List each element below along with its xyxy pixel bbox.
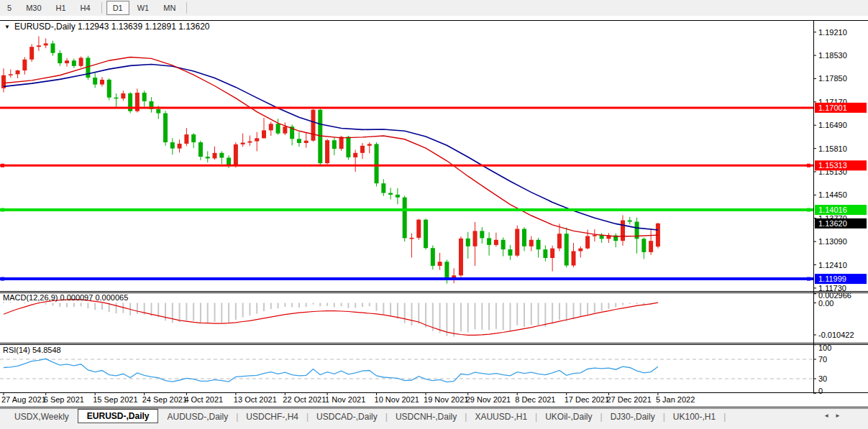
tab-scroll-right-icon[interactable]: ► (835, 412, 846, 419)
svg-text:6 Sep 2021: 6 Sep 2021 (44, 395, 84, 404)
svg-text:8 Dec 2021: 8 Dec 2021 (515, 395, 555, 404)
toolbar-separator (186, 2, 187, 14)
svg-text:24 Sep 2021: 24 Sep 2021 (142, 395, 187, 404)
svg-text:1.17850: 1.17850 (818, 74, 847, 83)
tab-scroll-arrows: ◄► (823, 412, 846, 419)
svg-text:1.15810: 1.15810 (818, 144, 847, 153)
rsi-label: RSI(14) 54.8548 (3, 346, 61, 354)
svg-text:27 Dec 2021: 27 Dec 2021 (606, 395, 651, 404)
timeframe-toolbar: 5M30H1H4D1W1MN (0, 0, 868, 17)
tab-dj30-daily[interactable]: DJ30-,Daily (603, 410, 662, 424)
svg-text:EURUSD-,Daily 1.12943 1.13639: EURUSD-,Daily 1.12943 1.13639 1.12891 1.… (14, 22, 210, 32)
timeframe-button-h1[interactable]: H1 (50, 1, 73, 15)
trading-app-window: 5M30H1H4D1W1MN 1.192101.185301.178501.17… (0, 0, 868, 429)
svg-text:70: 70 (818, 355, 827, 364)
svg-text:1.16490: 1.16490 (818, 121, 847, 129)
price-chart-svg[interactable]: 1.192101.185301.178501.171701.164901.158… (0, 16, 868, 408)
svg-text:0: 0 (818, 387, 823, 395)
chart-tab-bar: USDX,Weekly EURUSD-,Daily AUDUSD-,Daily|… (0, 408, 868, 425)
tab-scroll-left-icon[interactable]: ◄ (823, 412, 835, 419)
timeframe-button-h4[interactable]: H4 (74, 1, 97, 15)
svg-text:1.19210: 1.19210 (818, 28, 847, 37)
macd-label: MACD(12,26,9) 0.000097 0.000065 (3, 293, 128, 302)
svg-text:1.14016: 1.14016 (818, 206, 847, 214)
timeframe-button-w1[interactable]: W1 (131, 1, 156, 15)
svg-text:▼: ▼ (4, 24, 10, 30)
svg-text:30: 30 (818, 374, 827, 383)
toolbar-separator (101, 2, 102, 14)
svg-text:22 Oct 2021: 22 Oct 2021 (283, 395, 326, 404)
status-strip (0, 424, 868, 429)
svg-text:1.12410: 1.12410 (818, 261, 847, 269)
svg-text:-0.010422: -0.010422 (818, 331, 854, 339)
svg-text:1.14450: 1.14450 (818, 190, 847, 199)
svg-text:1.18530: 1.18530 (818, 51, 847, 60)
svg-text:15 Sep 2021: 15 Sep 2021 (93, 395, 137, 404)
svg-text:RSI(14) 54.8548: RSI(14) 54.8548 (3, 346, 61, 354)
tab-uk100-h1[interactable]: UK100-,H1 (666, 410, 723, 424)
tab-usdx-weekly[interactable]: USDX,Weekly (7, 410, 76, 424)
svg-text:27 Aug 2021: 27 Aug 2021 (1, 395, 46, 404)
svg-text:1.13620: 1.13620 (818, 219, 847, 228)
svg-text:MACD(12,26,9) 0.000097 0.00006: MACD(12,26,9) 0.000097 0.000065 (3, 293, 128, 302)
timeframe-button-5[interactable]: 5 (1, 1, 18, 15)
svg-text:100: 100 (818, 343, 831, 352)
svg-text:0.00: 0.00 (818, 299, 833, 308)
tab-xauusd-h1[interactable]: XAUUSD-,H1 (467, 410, 534, 424)
chart-area[interactable]: 1.192101.185301.178501.171701.164901.158… (0, 16, 868, 408)
tab-ukoil-daily[interactable]: UKOil-,Daily (538, 410, 599, 424)
svg-text:17 Dec 2021: 17 Dec 2021 (565, 395, 609, 404)
tab-usdcnh-daily[interactable]: USDCNH-,Daily (388, 410, 464, 424)
timeframe-button-m30[interactable]: M30 (19, 1, 47, 15)
tab-separator: | (723, 412, 726, 422)
svg-text:1.13090: 1.13090 (818, 237, 847, 246)
svg-text:1.11999: 1.11999 (818, 275, 846, 283)
svg-text:1.15313: 1.15313 (818, 161, 847, 170)
tab-usdchf-h4[interactable]: USDCHF-,H4 (239, 410, 306, 424)
svg-text:19 Nov 2021: 19 Nov 2021 (424, 395, 468, 404)
svg-text:1 Nov 2021: 1 Nov 2021 (325, 395, 365, 404)
tab-eurusd-daily[interactable]: EURUSD-,Daily (78, 409, 159, 423)
timeframe-button-d1[interactable]: D1 (106, 1, 129, 15)
svg-text:13 Oct 2021: 13 Oct 2021 (234, 395, 277, 404)
tab-audusd-daily[interactable]: AUDUSD-,Daily (160, 410, 235, 424)
svg-text:1.17001: 1.17001 (818, 103, 847, 112)
svg-text:29 Nov 2021: 29 Nov 2021 (466, 395, 511, 404)
svg-text:5 Jan 2022: 5 Jan 2022 (656, 395, 695, 404)
timeframe-button-mn[interactable]: MN (157, 1, 182, 15)
chart-title: ▼EURUSD-,Daily 1.12943 1.13639 1.12891 1… (4, 22, 210, 32)
svg-text:4 Oct 2021: 4 Oct 2021 (184, 395, 223, 404)
tab-usdcad-daily[interactable]: USDCAD-,Daily (309, 410, 385, 424)
svg-text:10 Nov 2021: 10 Nov 2021 (375, 395, 419, 404)
